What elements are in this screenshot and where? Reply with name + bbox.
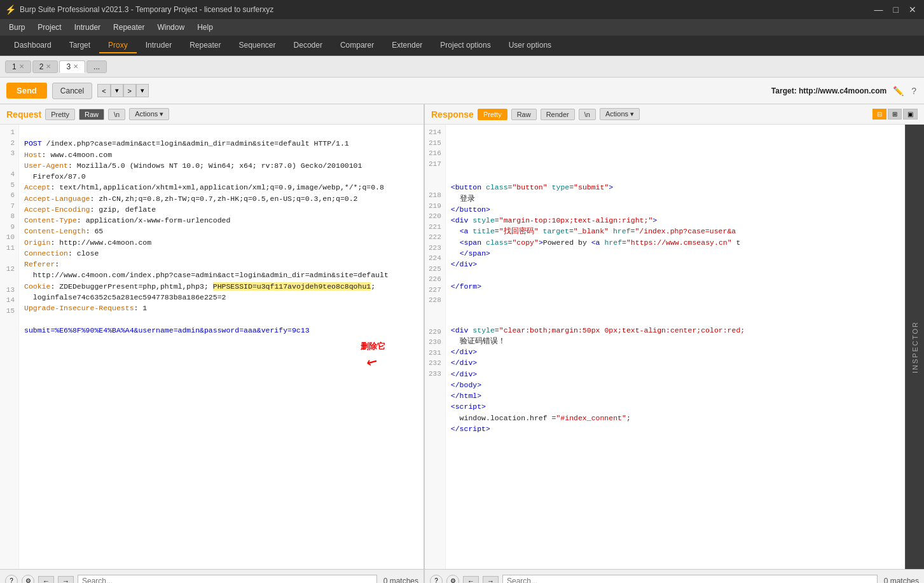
request-match-count: 0 matches	[383, 577, 418, 584]
response-search-help[interactable]: ?	[430, 575, 443, 584]
tab-repeater[interactable]: Repeater	[181, 38, 230, 53]
request-code-area[interactable]: 123456789101112131415 POST /index.php?ca…	[0, 125, 424, 569]
response-code-area[interactable]: 2142152162172182192202212222232242252262…	[425, 125, 905, 569]
view-single[interactable]: ▣	[903, 109, 918, 120]
menu-repeater[interactable]: Repeater	[107, 22, 151, 33]
request-btn-pretty[interactable]: Pretty	[45, 109, 75, 120]
edit-icon[interactable]: ✏️	[892, 85, 905, 97]
request-code-content[interactable]: POST /index.php?case=admin&act=login&adm…	[19, 125, 424, 569]
tab-dashboard[interactable]: Dashboard	[5, 38, 60, 53]
inspector-sidebar[interactable]: INSPECTOR	[905, 125, 924, 569]
menu-bar: Burp Project Intruder Repeater Window He…	[0, 19, 924, 36]
cancel-button[interactable]: Cancel	[52, 83, 92, 99]
view-split-v[interactable]: ⊞	[888, 109, 902, 120]
menu-help[interactable]: Help	[191, 22, 219, 33]
target-label: Target: http://www.c4moon.com	[771, 86, 886, 95]
tab-target[interactable]: Target	[60, 38, 99, 53]
next-dropdown[interactable]: ▾	[136, 84, 149, 97]
request-btn-actions[interactable]: Actions ▾	[129, 108, 169, 120]
view-toggle-group: ⊟ ⊞ ▣	[872, 109, 918, 120]
response-pane: Response Pretty Raw Render \n Actions ▾ …	[425, 104, 924, 583]
repeater-tab-2[interactable]: 2 ✕	[32, 60, 59, 73]
tab-sequencer[interactable]: Sequencer	[230, 38, 285, 53]
close-tab-3[interactable]: ✕	[73, 63, 78, 70]
repeater-tab-more[interactable]: ...	[86, 60, 107, 73]
prev-dropdown[interactable]: ▾	[111, 84, 123, 97]
response-btn-render[interactable]: Render	[541, 109, 575, 120]
response-line-numbers: 2142152162172182192202212222232242252262…	[425, 125, 446, 569]
request-search-input[interactable]	[78, 575, 377, 584]
request-search-bar: ? ⚙ ← → 0 matches	[0, 569, 424, 583]
request-search-settings[interactable]: ⚙	[22, 575, 34, 584]
request-btn-raw[interactable]: Raw	[79, 109, 104, 120]
next-button[interactable]: >	[123, 84, 136, 97]
inspector-label: INSPECTOR	[911, 321, 919, 373]
response-search-settings[interactable]: ⚙	[446, 575, 459, 584]
title-bar-title: Burp Suite Professional v2021.3 - Tempor…	[20, 5, 273, 14]
toolbar: Send Cancel < ▾ > ▾ Target: http://www.c…	[0, 78, 924, 104]
request-header: Request Pretty Raw \n Actions ▾	[0, 104, 424, 125]
request-btn-newline[interactable]: \n	[108, 109, 125, 120]
request-search-prev[interactable]: ←	[38, 576, 54, 584]
repeater-tab-3[interactable]: 3 ✕	[59, 60, 85, 73]
response-search-prev[interactable]: ←	[463, 576, 479, 584]
maximize-button[interactable]: □	[891, 4, 901, 15]
window-controls: — □ ✕	[872, 4, 919, 15]
nav-buttons: < ▾ > ▾	[97, 84, 149, 97]
request-title: Request	[6, 109, 41, 120]
tab-user-options[interactable]: User options	[500, 38, 560, 53]
tab-decoder[interactable]: Decoder	[285, 38, 331, 53]
response-search-bar: ? ⚙ ← → 0 matches	[425, 569, 924, 583]
tab-intruder[interactable]: Intruder	[137, 38, 181, 53]
response-code-content[interactable]: <button class="button" type="submit"> 登录…	[446, 125, 905, 569]
response-match-count: 0 matches	[884, 577, 919, 584]
close-tab-2[interactable]: ✕	[46, 63, 51, 70]
help-icon[interactable]: ?	[910, 85, 918, 97]
title-bar: ⚡ Burp Suite Professional v2021.3 - Temp…	[0, 0, 924, 19]
minimize-button[interactable]: —	[872, 4, 886, 15]
menu-intruder[interactable]: Intruder	[68, 22, 107, 33]
request-search-next[interactable]: →	[58, 576, 74, 584]
response-btn-pretty[interactable]: Pretty	[478, 109, 507, 120]
response-header: Response Pretty Raw Render \n Actions ▾ …	[425, 104, 924, 125]
repeater-tab-1[interactable]: 1 ✕	[5, 60, 31, 73]
close-tab-1[interactable]: ✕	[19, 63, 24, 70]
menu-window[interactable]: Window	[151, 22, 191, 33]
response-search-input[interactable]	[502, 575, 878, 584]
menu-burp[interactable]: Burp	[3, 22, 31, 33]
response-btn-newline[interactable]: \n	[579, 109, 596, 120]
response-title: Response	[431, 109, 474, 120]
prev-button[interactable]: <	[97, 84, 110, 97]
tab-project-options[interactable]: Project options	[431, 38, 499, 53]
tab-comparer[interactable]: Comparer	[331, 38, 383, 53]
request-pane: Request Pretty Raw \n Actions ▾ 12345678…	[0, 104, 425, 583]
app-icon: ⚡	[5, 4, 16, 15]
tab-proxy[interactable]: Proxy	[99, 38, 137, 53]
tab-extender[interactable]: Extender	[383, 38, 431, 53]
nav-tabs: Dashboard Target Proxy Intruder Repeater…	[0, 36, 924, 56]
menu-project[interactable]: Project	[31, 22, 67, 33]
request-line-numbers: 123456789101112131415	[0, 125, 19, 569]
send-button[interactable]: Send	[6, 83, 47, 99]
view-split-h[interactable]: ⊟	[872, 109, 886, 120]
request-search-help[interactable]: ?	[5, 575, 18, 584]
response-btn-actions[interactable]: Actions ▾	[600, 108, 640, 120]
response-search-next[interactable]: →	[483, 576, 499, 584]
response-btn-raw[interactable]: Raw	[511, 109, 537, 120]
close-button[interactable]: ✕	[906, 4, 919, 15]
repeater-tabs: 1 ✕ 2 ✕ 3 ✕ ...	[0, 56, 924, 78]
